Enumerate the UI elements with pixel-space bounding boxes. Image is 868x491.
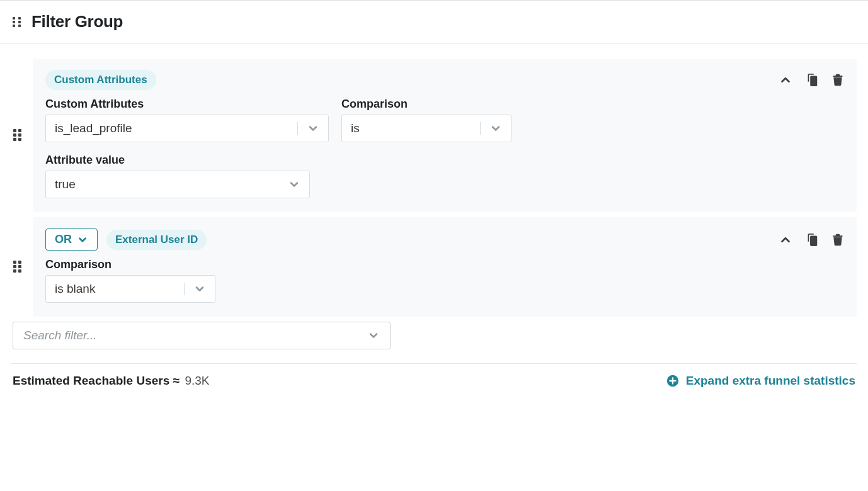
row-drag-handle[interactable] [11,261,24,273]
page-title: Filter Group [31,12,123,31]
filter-card-2: OR External User ID [33,217,857,317]
delete-icon[interactable] [831,73,844,87]
chevron-down-icon [77,234,88,246]
filter-group-header: Filter Group [0,0,868,43]
collapse-icon[interactable] [779,73,792,87]
comparison-select-1[interactable]: is [341,115,511,142]
chevron-down-icon [184,283,206,295]
filter-type-badge: Custom Attributes [45,70,156,90]
drag-handle-icon[interactable] [13,17,23,27]
estimated-reachable-users: Estimated Reachable Users ≈ 9.3K [13,374,209,388]
estimated-label: Estimated Reachable Users ≈ [13,374,180,387]
chevron-down-icon [297,122,319,135]
duplicate-icon[interactable] [805,73,819,87]
custom-attributes-select[interactable]: is_lead_profile [45,115,329,142]
field-label-attribute-value: Attribute value [45,154,310,167]
expand-funnel-statistics-button[interactable]: Expand extra funnel statistics [666,374,855,388]
search-filter-placeholder: Search filter... [23,329,97,342]
comparison-value-1: is [351,121,360,135]
comparison-select-2[interactable]: is blank [45,275,215,303]
chevron-down-icon [283,178,300,191]
attribute-value-select[interactable]: true [45,171,310,198]
field-label-custom-attributes: Custom Attributes [45,98,329,111]
expand-funnel-label: Expand extra funnel statistics [686,374,855,388]
logic-operator-label: OR [55,233,72,246]
filter-type-badge: External User ID [106,230,207,250]
delete-icon[interactable] [831,233,844,247]
field-label-comparison: Comparison [341,98,511,111]
collapse-icon[interactable] [779,233,792,247]
search-filter-select[interactable]: Search filter... [13,322,391,349]
row-drag-handle[interactable] [11,129,24,142]
field-label-comparison-2: Comparison [45,258,215,271]
duplicate-icon[interactable] [805,233,819,247]
filter-card-1: Custom Attributes [33,59,857,212]
attribute-value: true [55,178,76,191]
chevron-down-icon [367,329,380,342]
chevron-down-icon [480,122,502,135]
svg-rect-0 [810,235,817,246]
plus-circle-icon [666,374,680,388]
comparison-value-2: is blank [55,282,95,296]
logic-operator-button[interactable]: OR [45,229,98,251]
custom-attributes-value: is_lead_profile [55,121,132,135]
estimated-value: 9.3K [185,374,209,387]
